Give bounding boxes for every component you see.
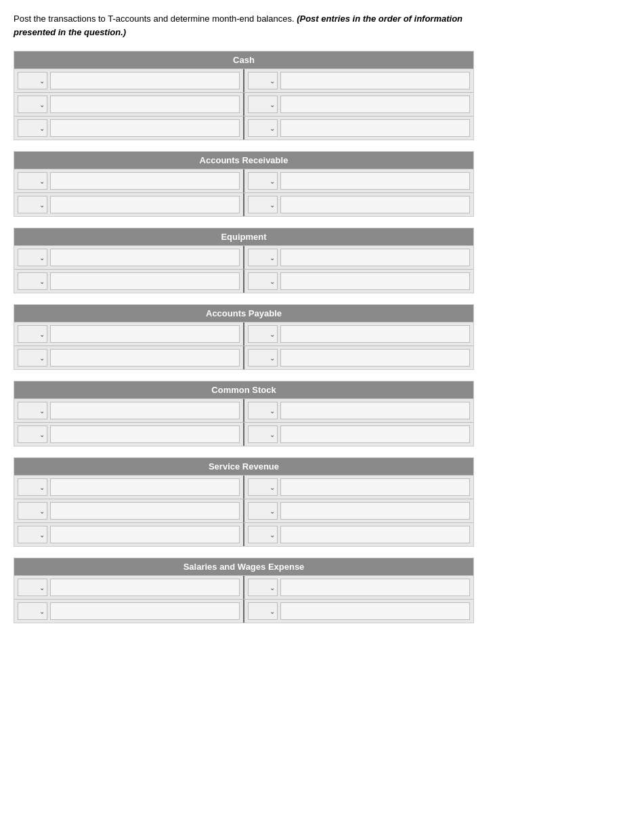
equipment-row1-left-input[interactable] [50, 249, 240, 266]
cash-row2-right-select-wrapper[interactable]: ⌄ [248, 96, 278, 113]
cash-row1-right-select[interactable] [248, 72, 278, 89]
sr-row2-right-select-wrapper[interactable]: ⌄ [248, 502, 278, 520]
ar-row2-left-select-wrapper[interactable]: ⌄ [18, 196, 47, 213]
sw-row2-right-select-wrapper[interactable]: ⌄ [248, 602, 278, 620]
ap-row2-right-select[interactable] [248, 349, 278, 367]
ap-row1-left-select[interactable] [18, 325, 47, 343]
cash-row2-left-input[interactable] [50, 96, 240, 113]
ap-row1-left-input[interactable] [50, 325, 240, 343]
cash-row3-left-input[interactable] [50, 119, 240, 137]
cs-row2-left-select[interactable] [18, 425, 47, 443]
equipment-row2-left-select[interactable] [18, 272, 47, 290]
ar-row1-left-select-wrapper[interactable]: ⌄ [18, 172, 47, 190]
sw-row2-left-input[interactable] [50, 602, 240, 620]
cash-row1-right-input[interactable] [280, 72, 470, 89]
ar-row2-left-select[interactable] [18, 196, 47, 213]
cash-row1-left-input[interactable] [50, 72, 240, 89]
ap-row2-left-input[interactable] [50, 349, 240, 367]
cash-row3-left-select[interactable] [18, 119, 47, 137]
ar-row1-right-select-wrapper[interactable]: ⌄ [248, 172, 278, 190]
equipment-row1-right-select[interactable] [248, 249, 278, 266]
ar-row1-left-select[interactable] [18, 172, 47, 190]
sr-row-1: ⌄ ⌄ [14, 475, 473, 499]
sw-row2-left-select-wrapper[interactable]: ⌄ [18, 602, 47, 620]
cs-row1-left-select-wrapper[interactable]: ⌄ [18, 402, 47, 419]
sw-row2-right-input[interactable] [280, 602, 470, 620]
sr-row3-left-input[interactable] [50, 526, 240, 543]
equipment-row2-right-select[interactable] [248, 272, 278, 290]
sr-row1-left-input[interactable] [50, 478, 240, 496]
cash-row1-left-select[interactable] [18, 72, 47, 89]
cs-row1-left-input[interactable] [50, 402, 240, 419]
sr-row1-right-select[interactable] [248, 478, 278, 496]
equipment-row2-left-input[interactable] [50, 272, 240, 290]
equipment-row1-left-select-wrapper[interactable]: ⌄ [18, 249, 47, 266]
t-account-service-revenue: Service Revenue ⌄ ⌄ ⌄ [14, 457, 474, 547]
cash-row3-right-input[interactable] [280, 119, 470, 137]
ap-row1-right: ⌄ [244, 322, 473, 346]
sr-row3-right-input[interactable] [280, 526, 470, 543]
equipment-row1-right-select-wrapper[interactable]: ⌄ [248, 249, 278, 266]
ar-row2-right-select[interactable] [248, 196, 278, 213]
sr-row1-left-select[interactable] [18, 478, 47, 496]
sr-row1-right-input[interactable] [280, 478, 470, 496]
ap-row2-left-select[interactable] [18, 349, 47, 367]
cs-row1-right-select[interactable] [248, 402, 278, 419]
ar-row1-right: ⌄ [244, 169, 473, 192]
cash-row2-right-select[interactable] [248, 96, 278, 113]
ap-row2-right-select-wrapper[interactable]: ⌄ [248, 349, 278, 367]
ar-row2-right-input[interactable] [280, 196, 470, 213]
sw-row1-right-select-wrapper[interactable]: ⌄ [248, 579, 278, 596]
cash-row2-left-select-wrapper[interactable]: ⌄ [18, 96, 47, 113]
cash-row3-right-select[interactable] [248, 119, 278, 137]
ap-row1-right-select[interactable] [248, 325, 278, 343]
sw-row2-left-select[interactable] [18, 602, 47, 620]
cash-row2-left-select[interactable] [18, 96, 47, 113]
cs-row2-right-select-wrapper[interactable]: ⌄ [248, 425, 278, 443]
ar-row2-right-select-wrapper[interactable]: ⌄ [248, 196, 278, 213]
sr-row2-left-select-wrapper[interactable]: ⌄ [18, 502, 47, 520]
sr-row2-right-select[interactable] [248, 502, 278, 520]
ar-row2-left-input[interactable] [50, 196, 240, 213]
ar-row1-right-input[interactable] [280, 172, 470, 190]
ap-row2-right-input[interactable] [280, 349, 470, 367]
cash-row1-right-select-wrapper[interactable]: ⌄ [248, 72, 278, 89]
equipment-row2-right-select-wrapper[interactable]: ⌄ [248, 272, 278, 290]
ap-row1-left-select-wrapper[interactable]: ⌄ [18, 325, 47, 343]
cs-row2-left-input[interactable] [50, 425, 240, 443]
equipment-row2-right-input[interactable] [280, 272, 470, 290]
cs-row2-right-select[interactable] [248, 425, 278, 443]
ar-row1-right-select[interactable] [248, 172, 278, 190]
cash-row3-right-select-wrapper[interactable]: ⌄ [248, 119, 278, 137]
sr-row2-left-select[interactable] [18, 502, 47, 520]
cash-row1-left-select-wrapper[interactable]: ⌄ [18, 72, 47, 89]
sw-row1-right-select[interactable] [248, 579, 278, 596]
equipment-row1-left-select[interactable] [18, 249, 47, 266]
cs-row1-right-input[interactable] [280, 402, 470, 419]
sr-row3-left-select[interactable] [18, 526, 47, 543]
sr-row3-right-select[interactable] [248, 526, 278, 543]
sr-row1-right-select-wrapper[interactable]: ⌄ [248, 478, 278, 496]
sr-row3-right-select-wrapper[interactable]: ⌄ [248, 526, 278, 543]
ap-row2-left-select-wrapper[interactable]: ⌄ [18, 349, 47, 367]
sw-row1-left-input[interactable] [50, 579, 240, 596]
sw-row1-right-input[interactable] [280, 579, 470, 596]
ar-row1-left-input[interactable] [50, 172, 240, 190]
ap-row1-right-input[interactable] [280, 325, 470, 343]
sr-row3-left-select-wrapper[interactable]: ⌄ [18, 526, 47, 543]
cs-row2-left-select-wrapper[interactable]: ⌄ [18, 425, 47, 443]
cash-row3-left-select-wrapper[interactable]: ⌄ [18, 119, 47, 137]
sw-row1-left-select[interactable] [18, 579, 47, 596]
sr-row1-left-select-wrapper[interactable]: ⌄ [18, 478, 47, 496]
sr-row2-left-input[interactable] [50, 502, 240, 520]
cs-row1-left-select[interactable] [18, 402, 47, 419]
cs-row1-right-select-wrapper[interactable]: ⌄ [248, 402, 278, 419]
sr-row2-right-input[interactable] [280, 502, 470, 520]
equipment-row1-right-input[interactable] [280, 249, 470, 266]
equipment-row2-left-select-wrapper[interactable]: ⌄ [18, 272, 47, 290]
ap-row1-right-select-wrapper[interactable]: ⌄ [248, 325, 278, 343]
sw-row1-left-select-wrapper[interactable]: ⌄ [18, 579, 47, 596]
cs-row2-right-input[interactable] [280, 425, 470, 443]
sw-row2-right-select[interactable] [248, 602, 278, 620]
cash-row2-right-input[interactable] [280, 96, 470, 113]
